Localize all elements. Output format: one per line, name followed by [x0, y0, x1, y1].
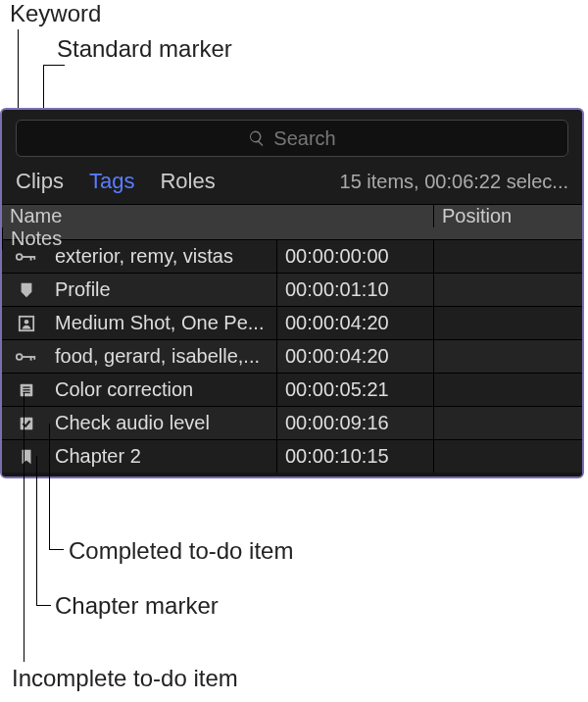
tags-list: Name Position Notes exterior, remy, vist… [2, 204, 582, 473]
incomplete-todo-icon [2, 381, 51, 399]
svg-rect-3 [33, 256, 35, 260]
row-position: 00:00:01:10 [276, 274, 433, 306]
row-name: Profile [51, 278, 276, 301]
svg-point-0 [17, 254, 23, 260]
row-position: 00:00:04:20 [276, 307, 433, 339]
row-notes [433, 307, 582, 339]
callout-line [36, 605, 51, 606]
row-name: exterior, remy, vistas [51, 245, 276, 268]
callout-completed-todo: Completed to-do item [69, 537, 293, 565]
callout-line [24, 392, 24, 662]
svg-rect-1 [22, 256, 34, 258]
callout-line [49, 549, 64, 550]
svg-rect-2 [30, 256, 32, 261]
row-notes [433, 274, 582, 306]
list-header: Name Position Notes [2, 204, 582, 239]
row-position: 00:00:00:00 [276, 240, 433, 273]
tab-row: Clips Tags Roles 15 items, 00:06:22 sele… [2, 163, 582, 204]
table-row[interactable]: Profile00:00:01:10 [2, 273, 582, 306]
row-notes [433, 240, 582, 273]
column-position[interactable]: Position [433, 205, 582, 227]
tab-roles[interactable]: Roles [160, 169, 215, 194]
row-notes [433, 440, 582, 473]
chapter-marker-icon [2, 448, 51, 466]
table-row[interactable]: Chapter 200:00:10:15 [2, 439, 582, 473]
search-placeholder: Search [273, 127, 335, 150]
row-position: 00:00:09:16 [276, 407, 433, 439]
callout-chapter-marker: Chapter marker [55, 592, 219, 620]
table-row[interactable]: Color correction00:00:05:21 [2, 373, 582, 406]
timeline-index-panel: Search Clips Tags Roles 15 items, 00:06:… [0, 108, 584, 478]
callout-line [49, 424, 50, 549]
standard-marker-icon [2, 281, 51, 299]
keyword-icon [2, 248, 51, 266]
row-name: Medium Shot, One Pe... [51, 312, 276, 334]
table-row[interactable]: exterior, remy, vistas00:00:00:00 [2, 239, 582, 273]
column-name[interactable]: Name [2, 205, 276, 227]
svg-point-6 [17, 354, 23, 360]
table-row[interactable]: food, gerard, isabelle,...00:00:04:20 [2, 339, 582, 373]
selection-status: 15 items, 00:06:22 selec... [340, 171, 568, 193]
row-notes [433, 407, 582, 439]
table-row[interactable]: Check audio level00:00:09:16 [2, 406, 582, 439]
tab-tags[interactable]: Tags [89, 169, 134, 194]
row-position: 00:00:05:21 [276, 374, 433, 406]
row-position: 00:00:04:20 [276, 340, 433, 373]
row-name: Color correction [51, 378, 276, 401]
analysis-icon [2, 315, 51, 332]
row-name: Chapter 2 [51, 445, 276, 468]
svg-rect-12 [23, 389, 29, 390]
svg-rect-9 [33, 356, 35, 360]
tab-clips[interactable]: Clips [16, 169, 64, 194]
row-position: 00:00:10:15 [276, 440, 433, 473]
callout-line [36, 456, 37, 605]
svg-point-5 [24, 319, 29, 324]
keyword-icon [2, 348, 51, 366]
table-row[interactable]: Medium Shot, One Pe...00:00:04:20 [2, 306, 582, 339]
row-name: Check audio level [51, 412, 276, 434]
callout-incomplete-todo: Incomplete to-do item [12, 665, 238, 692]
completed-todo-icon [2, 415, 51, 432]
callout-line [43, 65, 65, 66]
svg-rect-8 [30, 356, 32, 361]
search-icon [248, 129, 266, 147]
row-notes [433, 374, 582, 406]
callout-standard-marker: Standard marker [57, 35, 232, 63]
svg-rect-11 [23, 386, 29, 387]
search-field[interactable]: Search [16, 120, 568, 157]
callout-keyword: Keyword [10, 0, 101, 27]
row-name: food, gerard, isabelle,... [51, 345, 276, 368]
panel-footer [2, 473, 582, 476]
row-notes [433, 340, 582, 373]
svg-rect-7 [22, 356, 34, 358]
